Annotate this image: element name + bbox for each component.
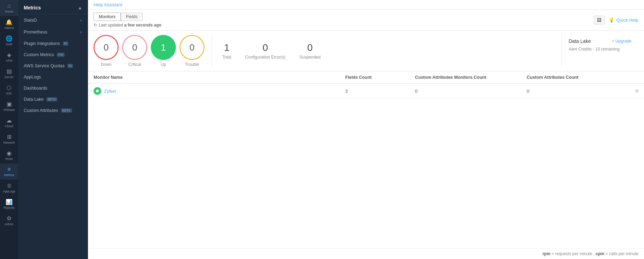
circle-down-label: Down xyxy=(101,62,112,67)
sidebar-collapse-icon[interactable]: ▲ xyxy=(77,5,82,10)
sidebar-applogs-label: AppLogs xyxy=(24,75,41,79)
ca-count-value: 0 xyxy=(527,89,624,94)
refresh-icon[interactable]: ↻ xyxy=(94,23,97,28)
apm-icon: ◈ xyxy=(7,52,11,58)
nav-vmware[interactable]: ▣ VMware xyxy=(0,98,18,114)
table-row: Zylker 3 0 0 ≡ xyxy=(88,84,644,99)
nav-metrics[interactable]: ≡ Metrics xyxy=(0,163,18,180)
ca-monitors-count-value: 0 xyxy=(415,89,527,94)
fields-count-value: 3 xyxy=(345,89,415,94)
status-circles: 0 Down 0 Critical 1 Up 0 Trouble xyxy=(94,35,212,67)
admin-icon: ⚙ xyxy=(7,215,12,222)
footer-note: rpm = requests per minute , cpm = calls … xyxy=(88,248,644,259)
sidebar-item-statsd[interactable]: StatsD + xyxy=(18,14,88,26)
circle-critical-label: Critical xyxy=(128,62,141,67)
topbar: Monitors Fields ↻ Last updated a few sec… xyxy=(88,10,644,31)
sidebar-item-custom-attributes[interactable]: Custom Attributes BETA xyxy=(18,105,88,116)
status-dot-inner xyxy=(96,90,99,92)
status-area: 0 Down 0 Critical 1 Up 0 Trouble 1 Total xyxy=(88,31,644,71)
sidebar-prometheus-label: Prometheus xyxy=(24,30,47,35)
topbar-left: Monitors Fields ↻ Last updated a few sec… xyxy=(94,13,161,28)
sidebar-statsd-label: StatsD xyxy=(24,18,37,23)
nav-reports-label: Reports xyxy=(3,206,15,210)
cpm-label: cpm xyxy=(596,251,605,256)
th-fields-count: Fields Count xyxy=(345,75,415,80)
circle-up: 1 Up xyxy=(151,35,176,67)
sidebar-dashboards-label: Dashboards xyxy=(24,86,47,91)
nav-network[interactable]: ⊞ Network xyxy=(0,131,18,147)
circle-critical-value: 0 xyxy=(122,35,147,60)
sidebar-item-plugin-integrations[interactable]: Plugin Integrations PI xyxy=(18,38,88,49)
count-total: 1 Total xyxy=(222,42,231,60)
rpm-desc: = requests per minute , xyxy=(552,251,595,256)
data-lake-card: Data Lake + Upgrade Alert Credits - 10 r… xyxy=(562,35,638,67)
table-header: Monitor Name Fields Count Custom Attribu… xyxy=(88,71,644,84)
sidebar: Metrics ▲ StatsD + Prometheus + Plugin I… xyxy=(18,0,88,259)
circle-up-value: 1 xyxy=(151,35,176,60)
network-icon: ⊞ xyxy=(7,134,12,140)
sidebar-custom-attributes-label: Custom Attributes xyxy=(24,108,58,113)
circle-trouble: 0 Trouble xyxy=(179,35,205,67)
nav-home[interactable]: ⌂ Home xyxy=(0,0,18,16)
sidebar-item-aws-service-quotas[interactable]: AWS Service Quotas PI xyxy=(18,60,88,71)
monitor-link-zylker[interactable]: Zylker xyxy=(104,89,116,94)
sidebar-aws-label: AWS Service Quotas xyxy=(24,63,65,68)
nav-cloud[interactable]: ☁ Cloud xyxy=(0,114,18,131)
nav-apm[interactable]: ◈ APM xyxy=(0,49,18,65)
refresh-time: a few seconds ago xyxy=(124,23,162,28)
nav-admin[interactable]: ⚙ Admin xyxy=(0,212,18,229)
count-suspended-value: 0 xyxy=(307,42,313,53)
rpm-label: rpm xyxy=(542,251,550,256)
sidebar-statsd-add-icon[interactable]: + xyxy=(80,17,82,23)
refresh-text: Last updated a few seconds ago xyxy=(99,23,161,28)
monitor-name-cell: Zylker xyxy=(94,87,345,95)
metrics-icon: ≡ xyxy=(7,166,10,173)
cloud-icon: ☁ xyxy=(6,117,12,124)
count-total-label: Total xyxy=(222,55,231,60)
upgrade-button[interactable]: + Upgrade xyxy=(612,39,631,44)
sidebar-prometheus-add-icon[interactable]: + xyxy=(80,29,82,35)
nav-admin-label: Admin xyxy=(5,222,14,226)
nav-applogs[interactable]: ≣ AppLogs xyxy=(0,180,18,196)
nav-cloud-label: Cloud xyxy=(5,124,13,128)
sidebar-item-custom-metrics[interactable]: Custom Metrics CM xyxy=(18,49,88,60)
sidebar-item-prometheus[interactable]: Prometheus + xyxy=(18,26,88,38)
k8s-icon: ⬡ xyxy=(7,84,12,91)
tab-monitors[interactable]: Monitors xyxy=(94,13,121,21)
circle-up-label: Up xyxy=(161,62,166,67)
table-area: Monitor Name Fields Count Custom Attribu… xyxy=(88,71,644,248)
topbar-refresh: ↻ Last updated a few seconds ago xyxy=(94,23,161,28)
quick-help-button[interactable]: 💡 Quick Help xyxy=(609,17,638,23)
sidebar-custom-metrics-label: Custom Metrics xyxy=(24,52,54,57)
circle-trouble-value: 0 xyxy=(179,35,205,60)
nav-reports[interactable]: 📊 Reports xyxy=(0,196,18,212)
nav-k8s[interactable]: ⬡ K8s xyxy=(0,82,18,98)
nav-alarms[interactable]: 🔔 Alarms xyxy=(0,16,18,32)
sidebar-item-data-lake[interactable]: Data Lake BETA xyxy=(18,94,88,105)
nav-alarms-label: Alarms xyxy=(4,26,14,30)
nav-rum[interactable]: ◉ RUM xyxy=(0,147,18,163)
sidebar-custom-metrics-badge: CM xyxy=(57,53,65,57)
nav-applogs-label: AppLogs xyxy=(3,190,15,193)
th-ca-count: Custom Attributes Count xyxy=(527,75,624,80)
nav-web[interactable]: 🌐 Web xyxy=(0,32,18,49)
left-navigation: ⌂ Home 🔔 Alarms 🌐 Web ◈ APM ▤ Server ⬡ K… xyxy=(0,0,18,259)
tab-fields[interactable]: Fields xyxy=(121,13,143,21)
applogs-icon: ≣ xyxy=(7,182,12,189)
count-config-errors-value: 0 xyxy=(262,42,268,53)
screenshot-button[interactable]: 🖼 xyxy=(594,16,605,24)
help-bar: Help Assistant xyxy=(88,0,644,10)
sidebar-item-applogs[interactable]: AppLogs xyxy=(18,71,88,83)
status-counts: 1 Total 0 Configuration Error(s) 0 Suspe… xyxy=(212,35,562,67)
row-actions-menu[interactable]: ≡ xyxy=(624,88,638,94)
nav-k8s-label: K8s xyxy=(6,92,12,95)
count-config-errors: 0 Configuration Error(s) xyxy=(245,42,285,60)
sidebar-item-dashboards[interactable]: Dashboards xyxy=(18,83,88,94)
circle-critical: 0 Critical xyxy=(122,35,147,67)
sidebar-title: Metrics xyxy=(24,5,41,10)
sidebar-data-lake-label: Data Lake xyxy=(24,97,44,102)
circle-trouble-label: Trouble xyxy=(185,62,199,67)
circle-down-value: 0 xyxy=(94,35,119,60)
nav-server[interactable]: ▤ Server xyxy=(0,65,18,82)
reports-icon: 📊 xyxy=(6,199,13,205)
